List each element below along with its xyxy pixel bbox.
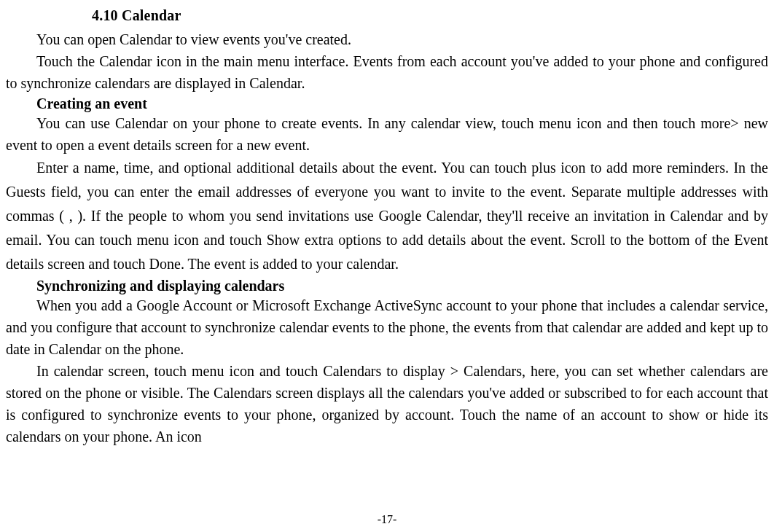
subsection-heading-synchronizing: Synchronizing and displaying calendars bbox=[36, 278, 768, 294]
body-paragraph: You can open Calendar to view events you… bbox=[6, 28, 768, 50]
page-number: -17- bbox=[0, 513, 774, 526]
body-paragraph: When you add a Google Account or Microso… bbox=[6, 294, 768, 360]
section-heading: 4.10 Calendar bbox=[92, 7, 768, 24]
subsection-heading-creating-event: Creating an event bbox=[36, 95, 768, 112]
body-paragraph: Touch the Calendar icon in the main menu… bbox=[6, 50, 768, 94]
body-paragraph: In calendar screen, touch menu icon and … bbox=[6, 360, 768, 447]
body-paragraph: You can use Calendar on your phone to cr… bbox=[6, 112, 768, 156]
body-paragraph: Enter a name, time, and optional additio… bbox=[6, 156, 768, 276]
